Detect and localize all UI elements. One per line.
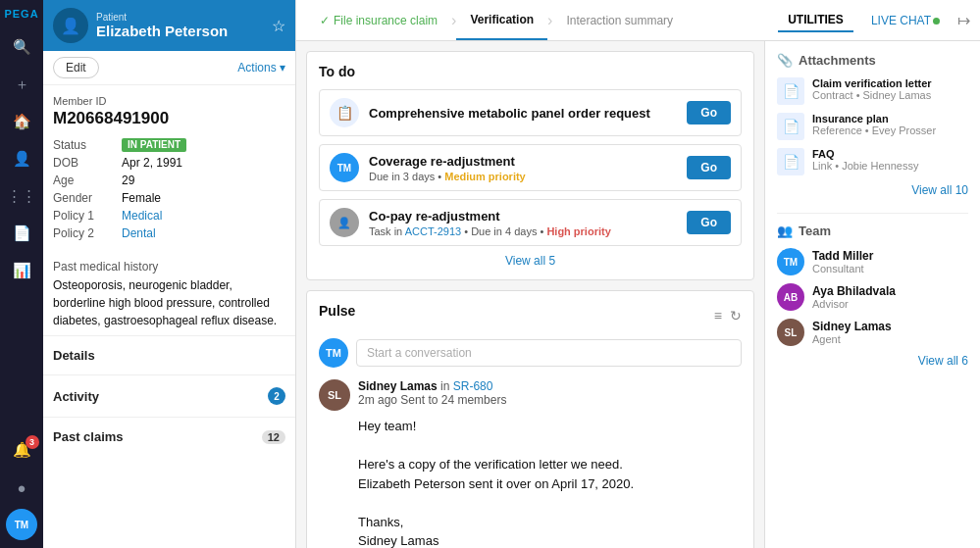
policy2-value[interactable]: Dental — [122, 226, 156, 240]
attachment-item-1: 📄 Claim verification letter Contract • S… — [777, 77, 968, 105]
past-history-text: Osteoporosis, neurogenic bladder, border… — [53, 276, 285, 329]
pulse-actions: ≡ ↻ — [714, 308, 742, 324]
message-time: 2m ago Sent to 24 members — [358, 393, 506, 407]
activity-header[interactable]: Activity 2 — [53, 383, 285, 409]
live-chat-indicator — [933, 18, 940, 25]
tab-interaction-summary[interactable]: Interaction summary — [552, 0, 687, 40]
left-navigation: PEGA 🔍 ＋ 🏠 👤 ⋮⋮ 📄 📊 🔔 ● TM — [0, 0, 43, 548]
attachment-doc-icon-2: 📄 — [777, 113, 804, 140]
user-avatar-nav[interactable]: TM — [6, 509, 37, 540]
paperclip-icon: 📎 — [777, 53, 793, 68]
patient-header: 👤 Patient Elizabeth Peterson ☆ — [43, 0, 295, 51]
policy1-value[interactable]: Medical — [122, 209, 162, 223]
tab-utilities[interactable]: UTILITIES — [778, 9, 853, 32]
past-claims-count: 12 — [262, 430, 285, 444]
filter-icon[interactable]: ≡ — [714, 308, 722, 324]
home-icon[interactable]: 🏠 — [6, 106, 37, 137]
go-button-1[interactable]: Go — [687, 101, 731, 125]
past-claims-label: Past claims — [53, 429, 124, 444]
team-member-3: SL Sidney Lamas Agent — [777, 319, 968, 346]
favorite-icon[interactable]: ☆ — [272, 17, 285, 35]
attachment-details-3: FAQ Link • Jobie Hennessy — [812, 148, 918, 172]
patient-avatar: 👤 — [53, 8, 88, 43]
team-member-2: AB Aya Bhiladvala Advisor — [777, 283, 968, 311]
content-area: To do 📋 Comprehensive metabolic panel or… — [296, 41, 980, 548]
chart-icon[interactable]: 📊 — [6, 255, 37, 286]
main-content: ✓ File insurance claim › Verification › … — [296, 0, 980, 548]
priority-medium: Medium priority — [444, 171, 526, 182]
patient-name: Elizabeth Peterson — [96, 23, 264, 39]
view-all-todo[interactable]: View all 5 — [319, 254, 742, 268]
pulse-conversation-input[interactable]: Start a conversation — [356, 339, 742, 367]
go-button-3[interactable]: Go — [687, 211, 731, 234]
search-icon[interactable]: 🔍 — [6, 31, 37, 63]
todo-item-2: TM Coverage re-adjustment Due in 3 days … — [319, 144, 742, 191]
document-icon[interactable]: 📄 — [6, 218, 37, 249]
view-all-attachments[interactable]: View all 10 — [777, 183, 968, 197]
past-claims-header[interactable]: Past claims 12 — [53, 425, 285, 448]
todo-content-2: Coverage re-adjustment Due in 3 days • M… — [369, 154, 687, 182]
todo-content-1: Comprehensive metabolic panel order requ… — [369, 106, 687, 121]
edit-button[interactable]: Edit — [53, 57, 99, 78]
dob-row: DOB Apr 2, 1991 — [53, 156, 285, 170]
todo-icon-3: 👤 — [330, 208, 359, 237]
member-id-label: Member ID — [53, 95, 285, 107]
right-panel: 📎 Attachments 📄 Claim verification lette… — [764, 41, 980, 548]
todo-meta-3: Task in ACCT-2913 • Due in 4 days • High… — [369, 225, 687, 237]
status-badge: IN PATIENT — [122, 138, 186, 152]
attachment-details-2: Insurance plan Reference • Evey Prosser — [812, 113, 936, 136]
team-section: 👥 Team TM Tadd Miller Consultant AB Aya … — [777, 224, 968, 368]
pulse-message-1: SL Sidney Lamas in SR-680 2m ago Sent to… — [319, 379, 742, 548]
apps-icon[interactable]: ⋮⋮ — [6, 180, 37, 212]
attachment-item-2: 📄 Insurance plan Reference • Evey Prosse… — [777, 113, 968, 140]
details-header[interactable]: Details — [53, 344, 285, 367]
team-role-1: Consultant — [812, 263, 873, 274]
pulse-header: Pulse ≡ ↻ — [319, 303, 742, 328]
workflow-tabs: ✓ File insurance claim › Verification › … — [296, 0, 980, 41]
age-label: Age — [53, 174, 122, 187]
team-icon: 👥 — [777, 224, 793, 238]
message-link[interactable]: SR-680 — [453, 379, 493, 393]
patient-details: Member ID M20668491900 Status IN PATIENT… — [43, 85, 295, 254]
gender-value: Female — [122, 191, 161, 205]
sidebar-actions: Edit Actions ▾ — [43, 51, 295, 85]
attachment-item-3: 📄 FAQ Link • Jobie Hennessy — [777, 148, 968, 175]
team-details-3: Sidney Lamas Agent — [812, 320, 892, 345]
user-icon[interactable]: 👤 — [6, 143, 37, 174]
circle-icon[interactable]: ● — [6, 472, 37, 503]
team-name-2: Aya Bhiladvala — [812, 284, 896, 298]
actions-dropdown[interactable]: Actions ▾ — [237, 61, 285, 75]
age-row: Age 29 — [53, 174, 285, 187]
policy1-row: Policy 1 Medical — [53, 209, 285, 223]
attachment-meta-2: Reference • Evey Prosser — [812, 125, 936, 136]
tab-verification[interactable]: Verification — [456, 0, 547, 40]
export-icon[interactable]: ↦ — [957, 11, 970, 29]
add-icon[interactable]: ＋ — [6, 69, 37, 100]
team-details-2: Aya Bhiladvala Advisor — [812, 284, 896, 310]
pulse-input-row: TM Start a conversation — [319, 338, 742, 368]
view-all-team[interactable]: View all 6 — [777, 354, 968, 368]
go-button-2[interactable]: Go — [687, 156, 731, 179]
dob-value: Apr 2, 1991 — [122, 156, 182, 170]
bell-icon[interactable]: 🔔 — [6, 434, 37, 466]
message-meta: Sidney Lamas in SR-680 2m ago Sent to 24… — [358, 379, 506, 407]
attachment-name-1[interactable]: Claim verification letter — [812, 77, 932, 89]
tab-file-insurance[interactable]: ✓ File insurance claim — [306, 0, 451, 40]
attachment-name-2[interactable]: Insurance plan — [812, 113, 936, 125]
middle-panel: To do 📋 Comprehensive metabolic panel or… — [296, 41, 764, 548]
todo-title-2: Coverage re-adjustment — [369, 154, 687, 169]
patient-sidebar: 👤 Patient Elizabeth Peterson ☆ Edit Acti… — [43, 0, 296, 548]
refresh-icon[interactable]: ↻ — [730, 308, 742, 324]
message-avatar: SL — [319, 379, 350, 411]
details-section: Details — [43, 335, 295, 374]
activity-section: Activity 2 — [43, 374, 295, 417]
patient-info: Patient Elizabeth Peterson — [96, 12, 264, 39]
status-label: Status — [53, 138, 122, 152]
priority-high: High priority — [546, 225, 610, 237]
attachment-name-3[interactable]: FAQ — [812, 148, 918, 160]
attachment-meta-3: Link • Jobie Hennessy — [812, 160, 918, 172]
todo-section: To do 📋 Comprehensive metabolic panel or… — [306, 51, 754, 280]
tab-live-chat[interactable]: LIVE CHAT — [861, 10, 950, 31]
todo-icon-2: TM — [330, 153, 359, 182]
task-link[interactable]: ACCT-2913 — [405, 225, 461, 237]
